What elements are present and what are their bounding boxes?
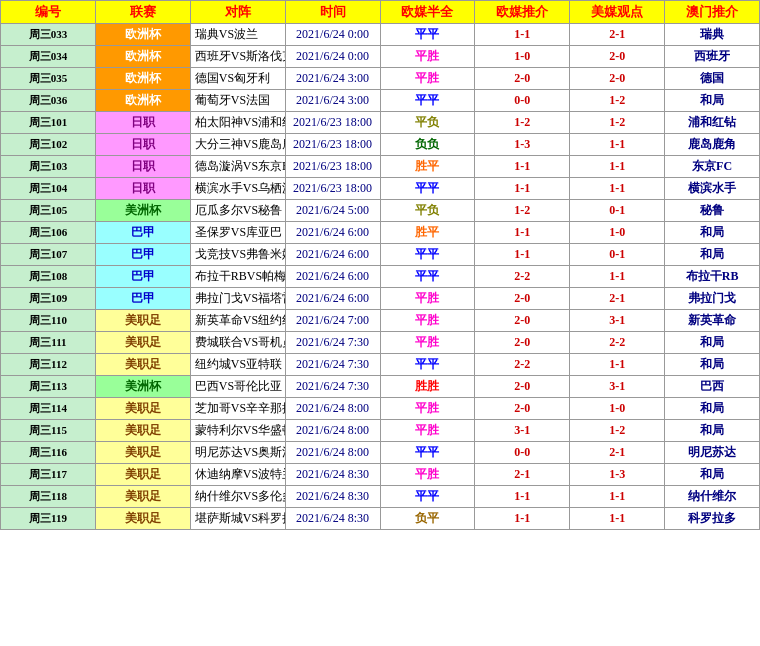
header-time: 时间 [285,1,380,24]
row-id: 周三117 [1,464,96,486]
row-mei-score: 2-0 [570,46,665,68]
row-ouban: 胜胜 [380,376,475,398]
row-league: 巴甲 [95,288,190,310]
row-ouban: 平平 [380,266,475,288]
row-ouban: 平胜 [380,420,475,442]
table-row: 周三105美洲杯厄瓜多尔VS秘鲁2021/6/24 5:00平负1-20-1秘鲁 [1,200,760,222]
row-macao: 新英革命 [665,310,760,332]
row-ouban: 平平 [380,442,475,464]
row-match: 圣保罗VS库亚巴 [190,222,285,244]
row-outui-score: 2-0 [475,398,570,420]
row-outui-score: 0-0 [475,442,570,464]
row-match: 柏太阳神VS浦和红钻 [190,112,285,134]
row-outui-score: 1-1 [475,244,570,266]
row-league: 美职足 [95,464,190,486]
row-outui-score: 1-0 [475,46,570,68]
row-outui-score: 2-0 [475,288,570,310]
row-ouban: 平平 [380,178,475,200]
row-mei-score: 1-1 [570,486,665,508]
row-id: 周三108 [1,266,96,288]
table-row: 周三118美职足纳什维尔VS多伦多FC2021/6/24 8:30平平1-11-… [1,486,760,508]
row-outui-score: 1-1 [475,508,570,530]
row-id: 周三105 [1,200,96,222]
row-league: 美洲杯 [95,200,190,222]
row-outui-score: 1-1 [475,24,570,46]
row-macao: 和局 [665,420,760,442]
row-match: 新英革命VS纽约红牛 [190,310,285,332]
row-id: 周三115 [1,420,96,442]
row-outui-score: 1-2 [475,200,570,222]
row-outui-score: 1-2 [475,112,570,134]
row-mei-score: 1-2 [570,420,665,442]
row-id: 周三033 [1,24,96,46]
row-macao: 横滨水手 [665,178,760,200]
row-ouban: 负负 [380,134,475,156]
row-outui-score: 1-3 [475,134,570,156]
row-mei-score: 0-1 [570,244,665,266]
table-row: 周三109巴甲弗拉门戈VS福塔雷萨2021/6/24 6:00平胜2-02-1弗… [1,288,760,310]
row-macao: 弗拉门戈 [665,288,760,310]
row-outui-score: 1-1 [475,222,570,244]
row-macao: 瑞典 [665,24,760,46]
row-macao: 鹿岛鹿角 [665,134,760,156]
table-row: 周三033欧洲杯瑞典VS波兰2021/6/24 0:00平平1-12-1瑞典 [1,24,760,46]
row-macao: 纳什维尔 [665,486,760,508]
row-outui-score: 0-0 [475,90,570,112]
table-row: 周三036欧洲杯葡萄牙VS法国2021/6/24 3:00平平0-01-2和局 [1,90,760,112]
row-ouban: 平平 [380,354,475,376]
row-ouban: 平胜 [380,310,475,332]
row-mei-score: 1-3 [570,464,665,486]
row-league: 美职足 [95,332,190,354]
row-league: 美职足 [95,420,190,442]
row-time: 2021/6/24 0:00 [285,24,380,46]
row-ouban: 平胜 [380,46,475,68]
row-outui-score: 2-2 [475,266,570,288]
row-ouban: 平胜 [380,398,475,420]
row-match: 巴西VS哥伦比亚 [190,376,285,398]
row-outui-score: 1-1 [475,178,570,200]
row-time: 2021/6/24 7:30 [285,376,380,398]
row-macao: 和局 [665,332,760,354]
row-outui-score: 1-1 [475,486,570,508]
row-ouban: 平平 [380,90,475,112]
row-time: 2021/6/24 6:00 [285,288,380,310]
row-time: 2021/6/24 8:00 [285,398,380,420]
row-macao: 东京FC [665,156,760,178]
table-row: 周三102日职大分三神VS鹿岛鹿角2021/6/23 18:00负负1-31-1… [1,134,760,156]
row-league: 美职足 [95,398,190,420]
row-match: 德岛漩涡VS东京FC [190,156,285,178]
row-time: 2021/6/23 18:00 [285,112,380,134]
row-match: 休迪纳摩VS波特兰 [190,464,285,486]
row-outui-score: 2-0 [475,68,570,90]
row-mei-score: 3-1 [570,310,665,332]
row-id: 周三113 [1,376,96,398]
row-macao: 和局 [665,222,760,244]
row-match: 纽约城VS亚特联 [190,354,285,376]
row-league: 美洲杯 [95,376,190,398]
row-league: 欧洲杯 [95,90,190,112]
row-match: 戈竞技VS弗鲁米嫩 [190,244,285,266]
row-match: 大分三神VS鹿岛鹿角 [190,134,285,156]
table-row: 周三113美洲杯巴西VS哥伦比亚2021/6/24 7:30胜胜2-03-1巴西 [1,376,760,398]
row-id: 周三110 [1,310,96,332]
row-macao: 和局 [665,354,760,376]
row-mei-score: 0-1 [570,200,665,222]
table-row: 周三106巴甲圣保罗VS库亚巴2021/6/24 6:00胜平1-11-0和局 [1,222,760,244]
row-mei-score: 1-1 [570,354,665,376]
row-mei-score: 2-0 [570,68,665,90]
row-time: 2021/6/24 8:30 [285,486,380,508]
row-time: 2021/6/24 0:00 [285,46,380,68]
row-mei-score: 2-1 [570,288,665,310]
row-macao: 浦和红钻 [665,112,760,134]
row-id: 周三111 [1,332,96,354]
row-league: 欧洲杯 [95,46,190,68]
row-match: 布拉干RBVS帕梅拉斯 [190,266,285,288]
row-league: 日职 [95,134,190,156]
row-macao: 巴西 [665,376,760,398]
row-ouban: 平平 [380,244,475,266]
table-row: 周三108巴甲布拉干RBVS帕梅拉斯2021/6/24 6:00平平2-21-1… [1,266,760,288]
row-mei-score: 1-1 [570,266,665,288]
row-id: 周三106 [1,222,96,244]
table-row: 周三115美职足蒙特利尔VS华盛顿联2021/6/24 8:00平胜3-11-2… [1,420,760,442]
row-id: 周三107 [1,244,96,266]
